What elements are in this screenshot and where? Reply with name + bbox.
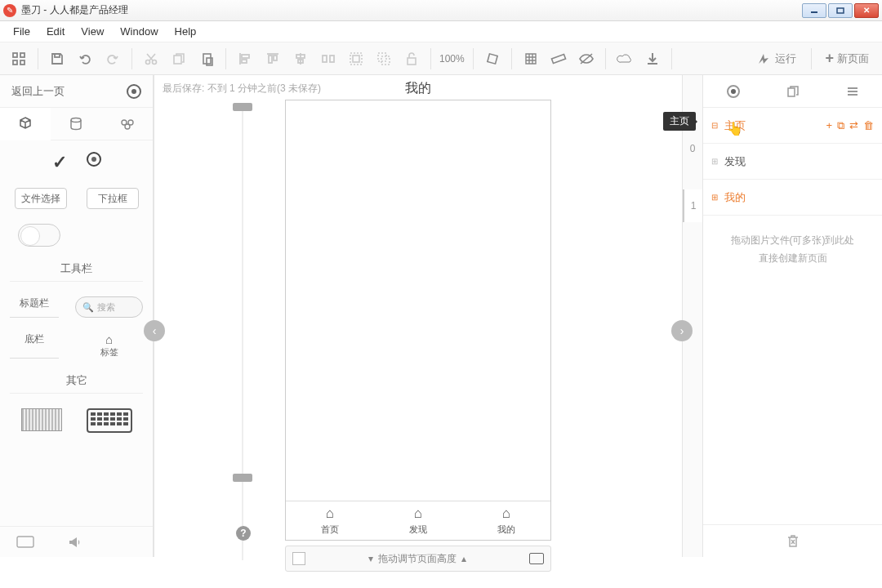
- window-titlebar: ✎ 墨刀 - 人人都是产品经理 ✕: [0, 0, 882, 21]
- new-page-button[interactable]: + 新页面: [817, 50, 877, 67]
- cloud-icon[interactable]: [611, 45, 639, 73]
- menu-file[interactable]: File: [5, 25, 38, 38]
- svg-rect-29: [551, 54, 565, 63]
- toggle-widget[interactable]: [18, 224, 60, 247]
- image-icon[interactable]: [529, 553, 544, 564]
- run-label: 运行: [775, 51, 796, 66]
- svg-rect-6: [55, 54, 60, 57]
- page-delete-icon[interactable]: 🗑: [863, 119, 874, 132]
- visibility-icon[interactable]: [572, 45, 600, 73]
- cut-icon[interactable]: [137, 45, 165, 73]
- prev-page-button[interactable]: ‹: [144, 320, 165, 341]
- radio-widget[interactable]: [87, 152, 101, 167]
- save-icon[interactable]: [43, 45, 71, 73]
- ruler-icon[interactable]: [545, 45, 572, 73]
- menu-view[interactable]: View: [73, 25, 112, 38]
- ruler-handle-top[interactable]: [233, 103, 252, 111]
- svg-point-31: [71, 118, 81, 122]
- trash-icon[interactable]: [786, 533, 800, 550]
- svg-rect-16: [269, 56, 272, 63]
- download-icon[interactable]: [639, 45, 666, 73]
- device-tab-mine[interactable]: ⌂我的: [462, 501, 550, 540]
- footbar-widget-label[interactable]: 底栏: [10, 332, 59, 359]
- page-item-discover[interactable]: ⊞ 发现: [703, 144, 882, 180]
- icons-tab[interactable]: [102, 108, 153, 140]
- svg-rect-38: [788, 88, 795, 96]
- widgets-icon[interactable]: [5, 45, 33, 73]
- lock-icon[interactable]: [398, 45, 425, 73]
- search-widget[interactable]: 🔍搜索: [75, 296, 143, 318]
- svg-rect-9: [174, 56, 181, 64]
- keyboard-icon[interactable]: [16, 536, 34, 549]
- target-icon[interactable]: [127, 84, 141, 99]
- align-top-icon[interactable]: [259, 45, 287, 73]
- dropdown-widget[interactable]: 下拉框: [87, 188, 139, 209]
- titlebar-widget-label[interactable]: 标题栏: [10, 296, 59, 318]
- height-adjust-bar[interactable]: ▾拖动调节页面高度▴: [285, 546, 551, 572]
- device-tab-discover[interactable]: ⌂发现: [374, 501, 462, 540]
- rotate-icon[interactable]: [479, 45, 506, 73]
- group-icon[interactable]: [342, 45, 370, 73]
- page-item-mine[interactable]: ⊞ 我的: [703, 180, 882, 216]
- svg-rect-23: [350, 53, 362, 65]
- redo-icon[interactable]: [99, 45, 127, 73]
- next-page-button[interactable]: ›: [671, 320, 693, 341]
- window-title: 墨刀 - 人人都是产品经理: [21, 3, 128, 17]
- svg-rect-24: [353, 56, 359, 62]
- distribute-icon[interactable]: [314, 45, 342, 73]
- canvas-area[interactable]: 最后保存: 不到 1 分钟之前(3 未保存) 我的 ? ‹ › ⌂首页 ⌂发现 …: [154, 75, 683, 557]
- svg-rect-17: [274, 56, 277, 60]
- grid-icon[interactable]: [517, 45, 545, 73]
- check-widget[interactable]: ✓: [52, 152, 67, 173]
- zoom-level[interactable]: 100%: [436, 45, 468, 73]
- right-panel: ⊟ 主页 + ⧉ ⇄ 🗑 ⊞ 发现 ⊞ 我的 拖动图片文件(可多张)到此处 直接…: [702, 75, 882, 557]
- page-item-home[interactable]: ⊟ 主页 + ⧉ ⇄ 🗑: [703, 108, 882, 144]
- svg-rect-35: [17, 537, 33, 547]
- help-icon[interactable]: ?: [236, 526, 251, 541]
- page-copy-icon[interactable]: ⧉: [837, 119, 844, 132]
- pages-tab-target[interactable]: [703, 85, 763, 98]
- back-link[interactable]: 返回上一页: [11, 84, 127, 99]
- close-button[interactable]: ✕: [854, 3, 879, 18]
- menu-window[interactable]: Window: [112, 25, 166, 38]
- maximize-button[interactable]: [828, 3, 853, 18]
- tab-widget[interactable]: ⌂标签: [75, 332, 143, 359]
- checkbox[interactable]: [292, 552, 305, 565]
- copy-icon[interactable]: [165, 45, 193, 73]
- svg-rect-5: [20, 60, 24, 65]
- svg-rect-22: [330, 56, 334, 62]
- svg-rect-2: [13, 53, 17, 57]
- carousel-widget[interactable]: [21, 408, 62, 431]
- file-select-widget[interactable]: 文件选择: [15, 188, 67, 209]
- svg-rect-4: [13, 60, 17, 65]
- pages-tab-menu[interactable]: [822, 86, 882, 97]
- svg-rect-27: [408, 58, 416, 65]
- device-frame[interactable]: ⌂首页 ⌂发现 ⌂我的: [285, 100, 551, 541]
- paste-icon[interactable]: [193, 45, 220, 73]
- ruler-handle-bottom[interactable]: [233, 474, 252, 482]
- align-left-icon[interactable]: [231, 45, 259, 73]
- device-tab-home[interactable]: ⌂首页: [286, 501, 374, 540]
- state-0[interactable]: 0: [690, 132, 696, 165]
- run-button[interactable]: 运行: [747, 51, 806, 66]
- svg-point-8: [153, 60, 157, 64]
- pages-tab-copy[interactable]: [763, 85, 822, 98]
- svg-rect-13: [242, 55, 249, 58]
- components-tab[interactable]: [0, 108, 51, 140]
- align-center-icon[interactable]: [287, 45, 314, 73]
- svg-rect-14: [242, 60, 247, 63]
- ungroup-icon[interactable]: [370, 45, 398, 73]
- svg-rect-25: [378, 53, 386, 61]
- menu-help[interactable]: Help: [167, 25, 205, 38]
- menu-edit[interactable]: Edit: [38, 25, 73, 38]
- device-canvas[interactable]: [286, 100, 550, 501]
- page-add-icon[interactable]: +: [826, 119, 832, 132]
- announce-icon[interactable]: [67, 535, 83, 550]
- assets-tab[interactable]: [51, 108, 101, 140]
- keyboard-widget[interactable]: [87, 408, 132, 433]
- drop-zone[interactable]: 拖动图片文件(可多张)到此处 直接创建新页面: [703, 216, 882, 283]
- state-1[interactable]: 1: [683, 189, 702, 222]
- page-swap-icon[interactable]: ⇄: [849, 119, 858, 132]
- minimize-button[interactable]: [802, 3, 826, 18]
- undo-icon[interactable]: [71, 45, 99, 73]
